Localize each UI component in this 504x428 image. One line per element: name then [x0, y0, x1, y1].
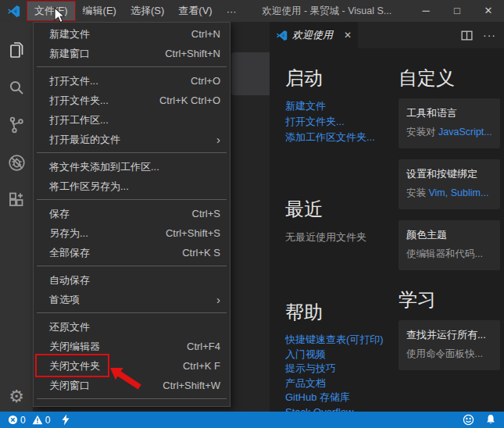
menu-selection[interactable]: 选择(S) — [123, 2, 171, 20]
vscode-logo-icon — [276, 30, 288, 41]
debug-disabled-icon[interactable] — [0, 144, 33, 181]
menu-separator — [37, 312, 227, 313]
menu-item-exit[interactable]: 退出 — [34, 403, 230, 407]
menu-item-save-workspace-as[interactable]: 将工作区另存为... — [34, 177, 230, 196]
card-find-and-run-commands[interactable]: 查找并运行所有... 使用命令面板快... — [399, 320, 500, 370]
warning-triangle-icon — [32, 415, 43, 425]
card-tools-and-languages[interactable]: 工具和语言 安装对 JavaScript... — [399, 98, 500, 148]
close-button[interactable]: ✕ — [473, 0, 504, 22]
extensions-icon[interactable] — [0, 181, 33, 219]
more-actions-icon[interactable]: ··· — [483, 29, 496, 41]
manage-gear-icon[interactable]: ⚙ — [0, 388, 33, 405]
menu-item-open-folder[interactable]: 打开文件夹...Ctrl+K Ctrl+O — [34, 91, 230, 110]
editor-group: 欢迎使用 ✕ ··· 启动 新建文件 打开文件夹... 添加工作区文件夹... … — [270, 22, 504, 412]
link-github-repo[interactable]: GitHub 存储库 — [285, 391, 393, 405]
menu-separator — [37, 66, 227, 67]
editor-actions: ··· — [460, 22, 504, 48]
submenu-chevron-icon: › — [216, 294, 220, 305]
menubar: 文件(F) 编辑(E) 选择(S) 查看(V) ··· — [27, 0, 244, 22]
maximize-button[interactable]: □ — [441, 0, 473, 22]
start-section-title: 启动 — [285, 66, 393, 91]
menu-item-add-folder-to-workspace[interactable]: 将文件夹添加到工作区... — [34, 157, 230, 177]
window-controls: ─ □ ✕ — [410, 0, 504, 22]
menu-item-save-as[interactable]: 另存为...Ctrl+Shift+S — [34, 223, 230, 243]
card-desc-link: Vim, Sublim... — [428, 187, 488, 198]
problems-indicator[interactable]: 0 0 — [8, 415, 50, 426]
card-settings-and-keybindings[interactable]: 设置和按键绑定 安装 Vim, Sublim... — [399, 159, 500, 209]
lightning-icon[interactable] — [61, 414, 70, 426]
file-menu-dropdown: 新建文件Ctrl+N 新建窗口Ctrl+Shift+N 打开文件...Ctrl+… — [33, 22, 231, 407]
link-new-file[interactable]: 新建文件 — [285, 98, 393, 114]
error-count: 0 — [20, 415, 26, 426]
split-editor-icon[interactable] — [460, 29, 474, 42]
tab-close-icon[interactable]: ✕ — [344, 30, 352, 41]
menu-file[interactable]: 文件(F) — [27, 1, 76, 21]
menu-separator — [37, 398, 227, 399]
activity-bar: ⚙ — [0, 22, 33, 412]
source-control-icon[interactable] — [0, 106, 33, 144]
search-icon[interactable] — [0, 69, 33, 106]
card-color-theme[interactable]: 颜色主题 使编辑器和代码... — [399, 220, 500, 270]
error-circle-icon — [8, 415, 18, 425]
welcome-page: 启动 新建文件 打开文件夹... 添加工作区文件夹... 最近 无最近使用文件夹… — [270, 48, 504, 412]
menu-item-close-editor[interactable]: 关闭编辑器Ctrl+F4 — [34, 337, 230, 356]
menu-separator — [37, 199, 227, 200]
title-bar: 文件(F) 编辑(E) 选择(S) 查看(V) ··· 欢迎使用 - 果贸城 -… — [0, 0, 504, 22]
recent-empty-text: 无最近使用文件夹 — [285, 230, 393, 245]
menu-view[interactable]: 查看(V) — [171, 2, 219, 20]
menu-item-save[interactable]: 保存Ctrl+S — [34, 204, 230, 223]
card-desc-link: JavaScript... — [438, 127, 492, 137]
explorer-icon[interactable] — [0, 31, 33, 69]
menu-more[interactable]: ··· — [220, 3, 244, 20]
link-open-folder[interactable]: 打开文件夹... — [285, 114, 393, 130]
status-bar: 0 0 — [0, 412, 504, 428]
menu-item-open-recent[interactable]: 打开最近的文件› — [34, 130, 230, 149]
menu-item-open-file[interactable]: 打开文件...Ctrl+O — [34, 71, 230, 91]
vscode-logo-icon — [7, 5, 20, 18]
feedback-smiley-icon[interactable] — [463, 414, 474, 426]
menu-item-close-folder[interactable]: 关闭文件夹 Ctrl+K F — [34, 356, 230, 376]
bell-notifications-icon[interactable] — [485, 414, 496, 426]
recent-section-title: 最近 — [285, 197, 393, 222]
link-intro-videos[interactable]: 入门视频 — [285, 348, 393, 362]
menu-item-close-window[interactable]: 关闭窗口Ctrl+Shift+W — [34, 376, 230, 395]
menu-item-auto-save[interactable]: 自动保存 — [34, 270, 230, 290]
menu-item-new-window[interactable]: 新建窗口Ctrl+Shift+N — [34, 44, 230, 63]
submenu-chevron-icon: › — [216, 134, 220, 145]
menu-item-preferences[interactable]: 首选项› — [34, 290, 230, 309]
learn-section-title: 学习 — [399, 287, 500, 312]
menu-separator — [37, 266, 227, 266]
link-product-docs[interactable]: 产品文档 — [285, 376, 393, 391]
link-add-workspace-folder[interactable]: 添加工作区文件夹... — [285, 130, 393, 145]
tab-welcome[interactable]: 欢迎使用 ✕ — [270, 22, 358, 48]
help-section-title: 帮助 — [285, 300, 393, 325]
link-keyboard-cheatsheet[interactable]: 快捷键速查表(可打印) — [285, 333, 393, 348]
background-highlight — [231, 52, 275, 95]
menu-item-open-workspace[interactable]: 打开工作区... — [34, 110, 230, 130]
tab-bar: 欢迎使用 ✕ ··· — [270, 22, 504, 48]
warning-count: 0 — [45, 415, 51, 426]
menu-item-new-file[interactable]: 新建文件Ctrl+N — [34, 24, 230, 44]
window-title: 欢迎使用 - 果贸城 - Visual S... — [244, 5, 410, 18]
menu-item-revert-file[interactable]: 还原文件 — [34, 317, 230, 337]
tab-label: 欢迎使用 — [292, 28, 339, 42]
menu-item-save-all[interactable]: 全部保存Ctrl+K S — [34, 243, 230, 262]
customize-section-title: 自定义 — [399, 66, 500, 91]
menu-edit[interactable]: 编辑(E) — [76, 2, 123, 20]
minimize-button[interactable]: ─ — [410, 0, 441, 22]
menu-separator — [37, 152, 227, 153]
link-tips-and-tricks[interactable]: 提示与技巧 — [285, 362, 393, 376]
